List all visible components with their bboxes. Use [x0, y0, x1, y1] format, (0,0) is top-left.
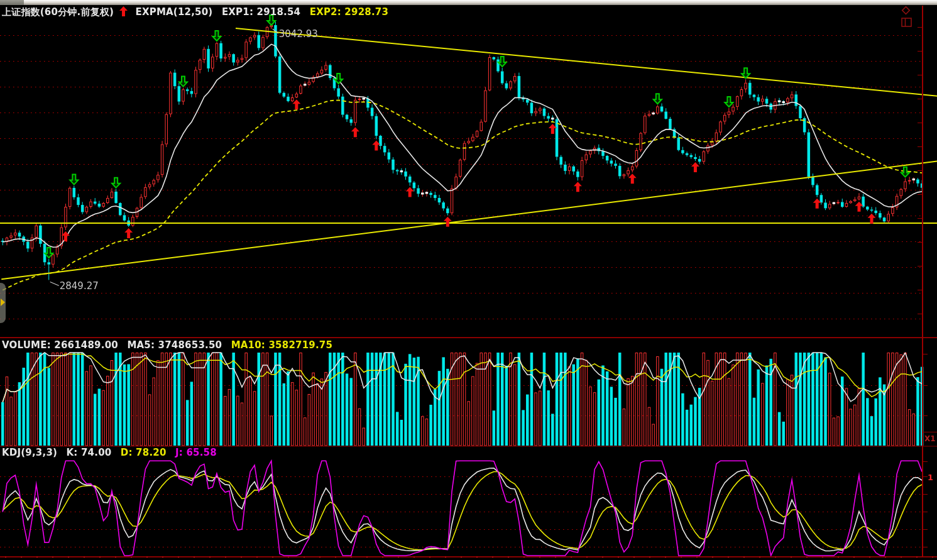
expand-right-icon [1, 299, 5, 306]
kdj-pane-header: KDJ(9,3,3) K: 74.00 D: 78.20 J: 65.58 [2, 447, 222, 458]
kdj-k-value: K: 74.00 [67, 447, 112, 458]
toolbar-bottom-edge-left [0, 0, 24, 5]
volume-value[interactable]: VOLUME: 2661489.00 [2, 339, 118, 351]
indicator-label[interactable]: EXPMA(12,50) [136, 6, 213, 18]
kdj-indicator-label[interactable]: KDJ(9,3,3) [2, 447, 57, 458]
app-window: 上证指数(60分钟.前复权) EXPMA(12,50) EXP1: 2918.5… [0, 0, 937, 560]
chart-canvas[interactable] [0, 0, 937, 560]
red-up-arrow-icon [119, 6, 128, 16]
sidebar-collapse-handle[interactable] [0, 283, 6, 323]
exp1-value: EXP1: 2918.54 [222, 6, 300, 18]
kdj-j-value: J: 65.58 [175, 447, 217, 458]
kdj-scale-label: 1 [928, 473, 933, 482]
symbol-title[interactable]: 上证指数(60分钟.前复权) [2, 6, 114, 18]
volume-scale-label-x1: X1 [924, 434, 936, 443]
volume-pane-header: VOLUME: 2661489.00 MA5: 3748653.50 MA10:… [2, 339, 338, 351]
kdj-d-value: D: 78.20 [121, 447, 167, 458]
split-window-icon[interactable] [901, 18, 912, 27]
exp2-value: EXP2: 2928.73 [310, 6, 388, 18]
diamond-icon[interactable] [901, 6, 911, 15]
corner-icon-group [899, 6, 923, 17]
toolbar-bottom-edge [0, 0, 937, 5]
main-pane-header: 上证指数(60分钟.前复权) EXPMA(12,50) EXP1: 2918.5… [2, 6, 394, 18]
volume-ma5-value: MA5: 3748653.50 [127, 339, 222, 351]
volume-ma10-value: MA10: 3582719.75 [231, 339, 332, 351]
